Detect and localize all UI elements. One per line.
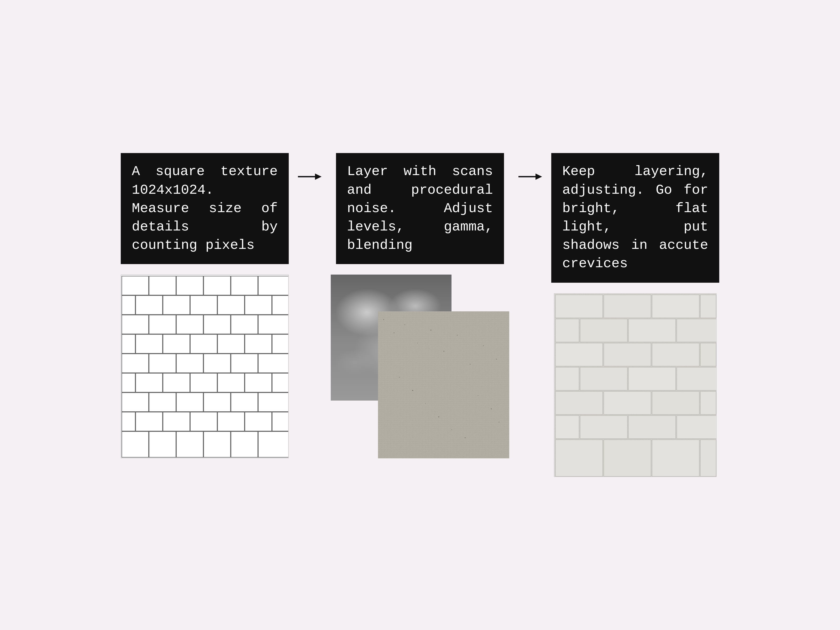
svg-rect-88 — [604, 295, 651, 318]
step-1: A square texture 1024x1024. Measure size… — [121, 153, 289, 458]
step-2-label: Layer with scans and procedural noise. A… — [336, 153, 504, 264]
svg-rect-96 — [604, 343, 651, 366]
svg-rect-98 — [700, 343, 716, 366]
step-2-content: Layer with scans and procedural noise. A… — [336, 153, 504, 264]
svg-rect-102 — [677, 367, 717, 390]
svg-rect-110 — [677, 415, 717, 439]
svg-rect-95 — [556, 343, 603, 366]
step-2-image-area — [331, 275, 509, 458]
svg-rect-89 — [652, 295, 699, 318]
step-3-content: Keep layering, adjusting. Go for bright,… — [551, 153, 719, 283]
svg-rect-101 — [628, 367, 676, 390]
svg-rect-103 — [556, 392, 603, 414]
svg-rect-109 — [628, 415, 676, 439]
svg-rect-91 — [556, 319, 579, 342]
svg-rect-97 — [652, 343, 699, 366]
tile-svg — [121, 275, 289, 458]
svg-rect-99 — [556, 367, 579, 390]
svg-rect-94 — [677, 319, 717, 342]
step-3-label: Keep layering, adjusting. Go for bright,… — [551, 153, 719, 283]
svg-rect-108 — [580, 415, 627, 439]
step-2: Layer with scans and procedural noise. A… — [331, 153, 509, 458]
svg-marker-84 — [535, 174, 542, 180]
svg-rect-92 — [580, 319, 627, 342]
concrete-image — [554, 293, 717, 477]
step-1-image-area — [121, 275, 289, 458]
workflow-row: A square texture 1024x1024. Measure size… — [39, 153, 801, 477]
svg-rect-100 — [580, 367, 627, 390]
arrow-1-svg — [297, 169, 323, 185]
svg-rect-112 — [604, 440, 651, 477]
svg-rect-90 — [700, 295, 716, 318]
step-1-content: A square texture 1024x1024. Measure size… — [121, 153, 289, 264]
svg-rect-106 — [700, 392, 716, 414]
scan-image — [331, 275, 509, 458]
concrete-svg — [554, 294, 717, 477]
main-container: A square texture 1024x1024. Measure size… — [39, 153, 801, 477]
svg-rect-93 — [628, 319, 676, 342]
svg-rect-105 — [652, 392, 699, 414]
svg-rect-113 — [652, 440, 699, 477]
step-3: Keep layering, adjusting. Go for bright,… — [551, 153, 719, 477]
svg-rect-87 — [556, 295, 603, 318]
tile-image — [121, 275, 289, 458]
svg-marker-60 — [315, 174, 322, 180]
noise-layer — [378, 311, 509, 458]
svg-rect-107 — [556, 415, 579, 439]
noise-overlay — [378, 311, 509, 458]
step-3-image-area — [554, 293, 717, 477]
svg-rect-104 — [604, 392, 651, 414]
arrow-1 — [289, 169, 331, 185]
step-1-label: A square texture 1024x1024. Measure size… — [121, 153, 289, 264]
svg-rect-114 — [700, 440, 716, 477]
arrow-2 — [509, 169, 551, 185]
arrow-2-svg — [517, 169, 543, 185]
svg-rect-111 — [556, 440, 603, 477]
